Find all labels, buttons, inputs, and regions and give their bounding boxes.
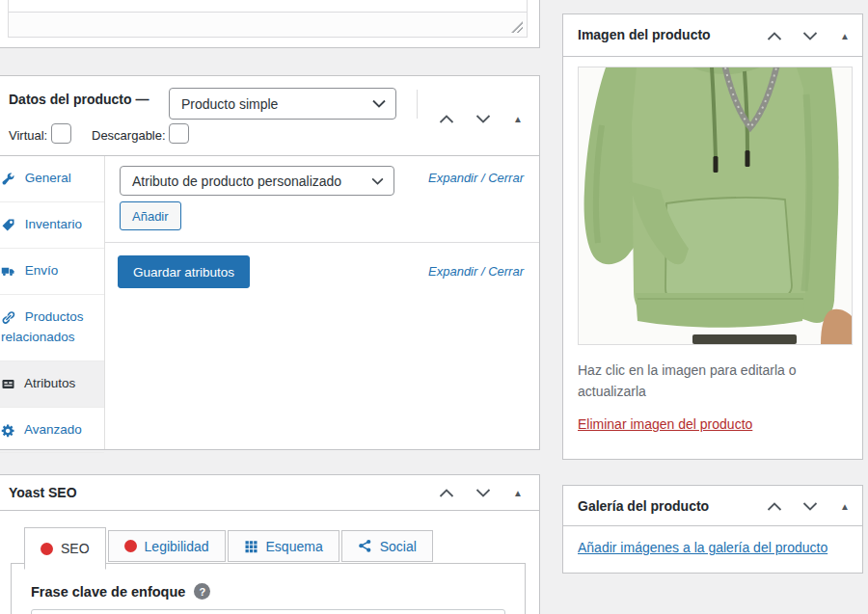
product-data-header: Datos del producto — Producto simple ▲ V… — [0, 76, 539, 156]
link-icon — [1, 310, 15, 323]
move-down-icon[interactable] — [472, 108, 495, 129]
editor-textarea[interactable] — [8, 0, 528, 38]
attributes-tab-content: Atributo de producto personalizado Expan… — [105, 156, 539, 449]
help-icon[interactable]: ? — [194, 583, 210, 600]
virtual-checkbox[interactable] — [51, 123, 71, 144]
downloadable-checkbox[interactable] — [169, 123, 189, 144]
focus-keyphrase-input[interactable] — [31, 609, 505, 614]
tab-label: General — [25, 171, 71, 185]
product-image-panel: Imagen del producto ▲ — [562, 13, 863, 460]
tag-icon — [1, 218, 15, 230]
tab-atributos[interactable]: Atributos — [0, 361, 104, 408]
content-editor-box — [0, 0, 540, 48]
toggle-panel-icon[interactable]: ▲ — [833, 495, 856, 517]
image-help-text: Haz clic en la imagen para editarla o ac… — [578, 360, 842, 403]
editor-statusbar — [9, 12, 527, 37]
move-down-icon[interactable] — [799, 25, 822, 46]
yoast-seo-tab-content: Frase clave de enfoque ? — [11, 563, 526, 614]
save-attributes-button[interactable]: Guardar atributos — [118, 255, 250, 288]
toggle-panel-icon[interactable]: ▲ — [506, 108, 529, 129]
move-down-icon[interactable] — [472, 482, 495, 503]
yoast-tab-legibilidad[interactable]: Legibilidad — [108, 530, 226, 562]
add-gallery-images-link[interactable]: Añadir imágenes a la galería del product… — [578, 540, 827, 555]
tab-label: Legibilidad — [145, 539, 209, 554]
yoast-tab-seo[interactable]: SEO — [24, 527, 106, 570]
wrench-icon — [1, 172, 15, 184]
share-icon — [358, 539, 372, 553]
chevron-down-icon — [372, 99, 386, 108]
product-gallery-header: Galería del producto ▲ — [563, 486, 862, 526]
toggle-panel-icon[interactable]: ▲ — [833, 25, 856, 46]
tab-inventario[interactable]: Inventario — [0, 202, 104, 249]
panel-title: Galería del producto — [578, 498, 709, 514]
tab-label: SEO — [61, 541, 90, 556]
move-up-icon[interactable] — [763, 495, 786, 517]
product-type-select[interactable]: Producto simple — [169, 88, 396, 120]
tab-label: Inventario — [25, 217, 82, 231]
yoast-tabbar: SEO Legibilidad Esquema Social — [24, 527, 435, 562]
add-attribute-button[interactable]: Añadir — [120, 201, 181, 230]
header-divider — [417, 90, 418, 119]
product-image-header: Imagen del producto ▲ — [563, 14, 862, 57]
green-hoodie-image — [579, 67, 852, 344]
tab-general[interactable]: General — [0, 156, 104, 202]
expand-close-link[interactable]: Expandir / Cerrar — [428, 264, 524, 279]
panel-title: Imagen del producto — [578, 27, 711, 42]
virtual-label: Virtual: — [9, 128, 47, 143]
focus-keyphrase-label: Frase clave de enfoque — [31, 584, 185, 600]
yoast-tab-esquema[interactable]: Esquema — [228, 530, 339, 562]
downloadable-label: Descargable: — [92, 128, 166, 143]
gear-icon — [1, 423, 15, 436]
attribute-type-select-value: Atributo de producto personalizado — [132, 174, 341, 189]
product-image-thumbnail[interactable] — [578, 67, 853, 345]
product-data-tabs-nav: General Inventario Envío Productos relac… — [0, 156, 105, 449]
attributes-card-icon — [1, 377, 15, 389]
yoast-tab-social[interactable]: Social — [341, 530, 433, 562]
tab-envio[interactable]: Envío — [0, 249, 104, 295]
product-type-select-value: Producto simple — [181, 96, 278, 112]
tab-label: Avanzado — [24, 422, 82, 437]
truck-icon — [1, 264, 15, 277]
move-down-icon[interactable] — [799, 495, 822, 517]
move-up-icon[interactable] — [435, 482, 458, 503]
product-data-panel: Datos del producto — Producto simple ▲ V… — [0, 75, 540, 450]
move-up-icon[interactable] — [763, 25, 786, 46]
move-up-icon[interactable] — [435, 108, 458, 129]
expand-close-link[interactable]: Expandir / Cerrar — [428, 171, 524, 185]
yoast-seo-panel: Yoast SEO ▲ SEO Legibilidad Esquema Soci… — [0, 474, 540, 614]
schema-grid-icon — [244, 539, 258, 553]
tab-label: Social — [380, 539, 417, 554]
red-dot-icon — [41, 543, 53, 555]
yoast-header: Yoast SEO ▲ — [0, 475, 539, 511]
attribute-type-select[interactable]: Atributo de producto personalizado — [120, 166, 394, 196]
content-divider — [105, 242, 539, 243]
tab-label: Envío — [25, 263, 59, 278]
resize-grabber-icon[interactable] — [511, 21, 523, 33]
panel-title: Yoast SEO — [9, 485, 77, 500]
remove-product-image-link[interactable]: Eliminar imagen del producto — [578, 416, 752, 432]
toggle-panel-icon[interactable]: ▲ — [506, 482, 529, 503]
product-data-body: General Inventario Envío Productos relac… — [0, 156, 539, 449]
chevron-down-icon — [371, 177, 384, 185]
panel-title: Datos del producto — — [9, 92, 149, 107]
tab-label: Esquema — [266, 539, 323, 554]
tab-avanzado[interactable]: Avanzado — [0, 408, 104, 454]
red-dot-icon — [124, 540, 137, 552]
tab-label: Atributos — [24, 376, 75, 390]
tab-productos-relacionados[interactable]: Productos relacionados — [0, 295, 104, 361]
product-gallery-panel: Galería del producto ▲ Añadir imágenes a… — [562, 485, 863, 574]
